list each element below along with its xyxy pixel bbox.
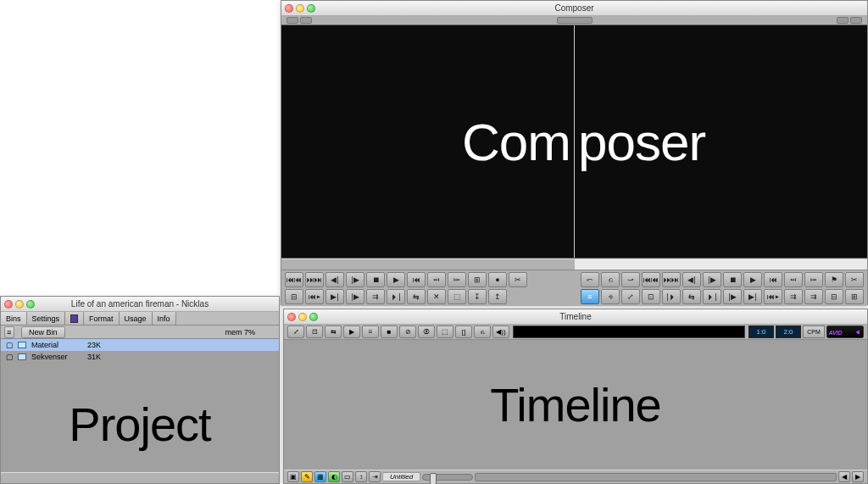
transport-button[interactable]: ⏵|: [387, 289, 405, 304]
transport-button[interactable]: ⚑: [825, 272, 843, 287]
project-tab-usage[interactable]: Usage: [120, 312, 153, 325]
timeline-tool-button[interactable]: ⊡: [306, 325, 323, 338]
timecode-display-2[interactable]: 2:0: [776, 325, 801, 338]
timeline-timecode-track[interactable]: [513, 325, 745, 338]
transport-button[interactable]: ⊞: [845, 289, 864, 304]
transport-button[interactable]: ▶: [387, 272, 405, 287]
timeline-tool-button[interactable]: ⊘: [399, 325, 416, 338]
transport-button[interactable]: ↥: [488, 289, 507, 304]
cpm-button[interactable]: CPM: [803, 325, 825, 338]
timeline-bottom-btn-cc[interactable]: ◐: [328, 471, 340, 482]
zoom-icon[interactable]: [307, 4, 315, 13]
transport-button[interactable]: ⇉: [804, 289, 823, 304]
transport-button[interactable]: ⏮⏮: [642, 272, 660, 287]
source-aux-button[interactable]: [300, 17, 312, 24]
project-tab-settings[interactable]: Settings: [27, 312, 66, 325]
timeline-tool-button[interactable]: ■: [381, 325, 398, 338]
composer-viewer[interactable]: Com poser: [281, 25, 867, 259]
timeline-zoom-slider[interactable]: [422, 474, 473, 481]
bin-row[interactable]: ▢Material23K: [1, 339, 279, 351]
transport-button[interactable]: ⏮▶: [305, 289, 324, 304]
transport-button[interactable]: ●: [488, 272, 507, 287]
transport-button[interactable]: ✂: [509, 272, 527, 287]
transport-button[interactable]: ↧: [468, 289, 487, 304]
project-tab-bins[interactable]: Bins: [1, 312, 27, 325]
transport-button[interactable]: ⏮▶: [764, 289, 782, 304]
transport-button[interactable]: ⏹: [723, 272, 742, 287]
project-titlebar[interactable]: Life of an american fireman - Nicklas: [1, 297, 279, 312]
transport-button[interactable]: ⎆: [601, 289, 620, 304]
timeline-bottom-btn-5[interactable]: ▭: [342, 471, 353, 482]
composer-scrub-row[interactable]: [281, 259, 867, 270]
scroll-right-icon[interactable]: ▶: [852, 471, 864, 482]
transport-button[interactable]: ◀|: [326, 272, 344, 287]
timeline-bottom-btn-7[interactable]: ⇥: [369, 471, 381, 482]
zoom-icon[interactable]: [26, 300, 35, 309]
composer-titlebar[interactable]: Composer: [281, 1, 867, 16]
transport-button[interactable]: ≡: [581, 289, 599, 304]
transport-button[interactable]: ⏮: [407, 272, 426, 287]
project-tab-icon[interactable]: [65, 312, 84, 325]
new-bin-button[interactable]: New Bin: [21, 326, 65, 338]
transport-button[interactable]: ⊡: [642, 289, 660, 304]
transport-button[interactable]: ⏵|: [703, 289, 721, 304]
timeline-titlebar[interactable]: Timeline: [284, 309, 867, 325]
transport-button[interactable]: ⤟: [784, 272, 803, 287]
transport-button[interactable]: ⎌: [601, 272, 620, 287]
timeline-tool-button[interactable]: ⤢: [287, 325, 304, 338]
transport-button[interactable]: ⤻: [621, 272, 640, 287]
source-menu-button[interactable]: [287, 17, 298, 24]
bin-row[interactable]: ▢Sekvenser31K: [1, 351, 279, 363]
timeline-tool-button[interactable]: ⦿: [418, 325, 435, 338]
timeline-tool-button[interactable]: ⎌: [474, 325, 491, 338]
transport-button[interactable]: ⇆: [682, 289, 701, 304]
transport-button[interactable]: ✂: [845, 272, 864, 287]
transport-button[interactable]: ⊞: [468, 272, 487, 287]
transport-button[interactable]: |▶: [346, 272, 364, 287]
transport-button[interactable]: |▶: [723, 289, 742, 304]
transport-button[interactable]: ⤠: [804, 272, 823, 287]
transport-button[interactable]: |⏵: [662, 289, 681, 304]
record-menu-button[interactable]: [837, 17, 849, 24]
transport-button[interactable]: ⇉: [784, 289, 803, 304]
transport-button[interactable]: ⊟: [285, 289, 303, 304]
close-icon[interactable]: [287, 313, 296, 321]
minimize-icon[interactable]: [15, 300, 24, 309]
composer-center-button[interactable]: [557, 17, 593, 24]
timeline-body[interactable]: Timeline: [284, 340, 867, 470]
transport-button[interactable]: ⤠: [448, 272, 466, 287]
fast-menu-button[interactable]: ≡: [4, 326, 14, 338]
transport-button[interactable]: ⏮⏮: [285, 272, 303, 287]
timeline-tool-button[interactable]: ◀)): [492, 325, 509, 338]
timeline-bottom-btn-edit[interactable]: ✎: [301, 471, 313, 482]
transport-button[interactable]: ⤟: [427, 272, 446, 287]
minimize-icon[interactable]: [296, 4, 304, 13]
transport-button[interactable]: ▶: [743, 272, 762, 287]
transport-button[interactable]: ▶|: [326, 289, 344, 304]
transport-button[interactable]: ⤢: [621, 289, 640, 304]
timeline-tool-button[interactable]: ⬚: [437, 325, 453, 338]
transport-button[interactable]: ⬚: [448, 289, 466, 304]
timeline-tool-button[interactable]: ⇆: [325, 325, 342, 338]
transport-button[interactable]: ⏭⏭: [662, 272, 681, 287]
project-tab-format[interactable]: Format: [84, 312, 120, 325]
transport-button[interactable]: ⇉: [366, 289, 385, 304]
timeline-bottom-btn-1[interactable]: ▣: [287, 471, 299, 482]
zoom-icon[interactable]: [309, 313, 318, 321]
transport-button[interactable]: ⤺: [581, 272, 599, 287]
close-icon[interactable]: [285, 4, 293, 13]
transport-button[interactable]: ⇆: [407, 289, 426, 304]
transport-button[interactable]: ✕: [427, 289, 446, 304]
transport-button[interactable]: ⏹: [366, 272, 385, 287]
timeline-horizontal-scrollbar[interactable]: [475, 473, 837, 481]
transport-button[interactable]: |▶: [703, 272, 721, 287]
timeline-bottom-btn-6[interactable]: ↕: [355, 471, 367, 482]
transport-button[interactable]: |▶: [346, 289, 364, 304]
sequence-tab[interactable]: Untitled: [382, 472, 420, 481]
transport-button[interactable]: ⊟: [825, 289, 843, 304]
transport-button[interactable]: ◀|: [682, 272, 701, 287]
transport-button[interactable]: ⏮: [764, 272, 782, 287]
close-icon[interactable]: [4, 300, 13, 309]
timeline-tool-button[interactable]: ▶: [343, 325, 360, 338]
project-tab-info[interactable]: Info: [153, 312, 176, 325]
